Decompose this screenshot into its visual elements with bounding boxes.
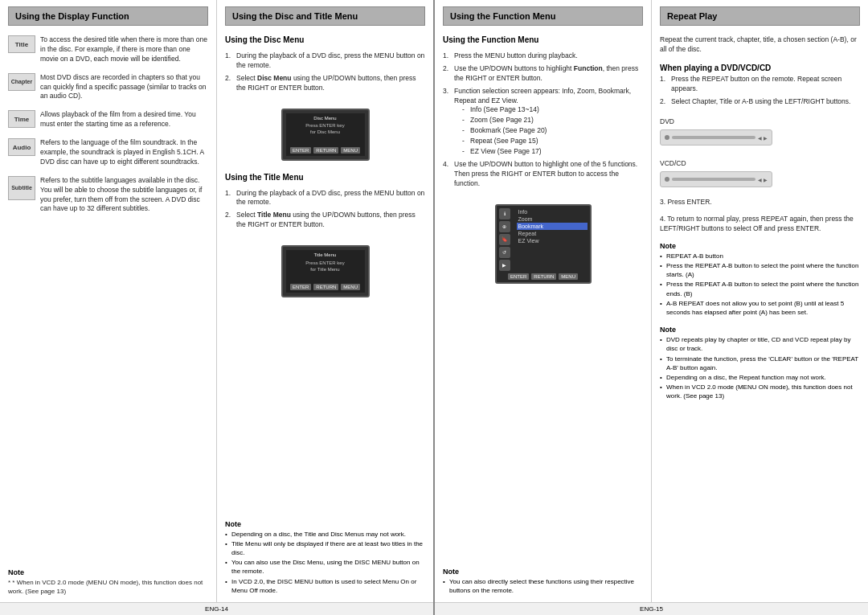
function-menu-steps: 1. Press the MENU button during playback… bbox=[443, 51, 643, 192]
dvd-step3: 3. Press ENTER. bbox=[660, 198, 860, 207]
disc-note-2: Title Menu will only be displayed if the… bbox=[225, 539, 425, 557]
time-icon-row: Time Allows playback of the film from a … bbox=[8, 110, 208, 129]
disc-title-menu-header: Using the Disc and Title Menu bbox=[225, 6, 425, 26]
title-menu-steps: 1. During the playback of a DVD disc, pr… bbox=[225, 189, 425, 234]
repeat-note1-title: Note bbox=[660, 242, 860, 250]
disc-menu-step2: 2. Select Disc Menu using the UP/DOWN bu… bbox=[225, 74, 425, 93]
star-note-2: Press the REPEAT A-B button to select th… bbox=[660, 280, 860, 297]
func-sub-1: Info (See Page 13~14) bbox=[462, 105, 643, 115]
func-repeat: Repeat bbox=[517, 230, 588, 237]
vcdcd-led bbox=[665, 177, 669, 182]
disc-title-note: Note Depending on a disc, the Title and … bbox=[225, 520, 425, 596]
function-step4: 4. Use the UP/DOWN button to highlight o… bbox=[443, 160, 643, 189]
function-menu-list: Info Zoom Bookmark Repeat EZ View bbox=[517, 208, 588, 271]
func-sub-2: Zoom (See Page 21) bbox=[462, 116, 643, 125]
function-note-1: You can also directly select these funct… bbox=[443, 577, 643, 595]
function-screen: ℹ ⊕ 🔖 ↺ ▶ Info Zoom Bookmark Repeat bbox=[495, 204, 592, 284]
function-menu-column: Using the Function Menu Using the Functi… bbox=[435, 0, 652, 602]
func-bookmark: Bookmark bbox=[517, 223, 588, 230]
audio-icon: Audio bbox=[8, 138, 35, 156]
function-step1: 1. Press the MENU button during playback… bbox=[443, 51, 643, 61]
dvd-label: DVD bbox=[660, 117, 860, 127]
dvd-bar bbox=[672, 136, 755, 139]
func-icon-rep: ↺ bbox=[499, 247, 510, 258]
repeat-note2-list: DVD repeats play by chapter or title, CD… bbox=[660, 335, 860, 400]
subtitle-text: Refers to the subtitle languages availab… bbox=[40, 176, 208, 215]
page-number-15: ENG-15 bbox=[435, 602, 868, 615]
display-note-title: Note bbox=[8, 568, 208, 576]
title-menu-title: Using the Title Menu bbox=[225, 173, 425, 182]
function-menu-header: Using the Function Menu bbox=[443, 6, 643, 26]
disc-title-note-title: Note bbox=[225, 520, 425, 528]
chapter-icon-row: Chapter Most DVD discs are recorded in c… bbox=[8, 73, 208, 102]
disc-menu-step1: 1. During the playback of a DVD disc, pr… bbox=[225, 51, 425, 71]
repeat-note1: Note REPEAT A-B button Press the REPEAT … bbox=[660, 242, 860, 318]
title-icon: Title bbox=[8, 35, 35, 53]
repeat-note2: Note DVD repeats play by chapter or titl… bbox=[660, 326, 860, 401]
function-note: Note You can also directly select these … bbox=[443, 568, 643, 596]
audio-text: Refers to the language of the film sound… bbox=[40, 138, 208, 167]
star-note-1: Press the REPEAT A-B button to select th… bbox=[660, 261, 860, 279]
disc-title-note-list: Depending on a disc, the Title and Disc … bbox=[225, 530, 425, 595]
function-note-title: Note bbox=[443, 568, 643, 576]
function-sub-items: Info (See Page 13~14) Zoom (See Page 21)… bbox=[462, 105, 643, 156]
display-function-column: Using the Display Function Title To acce… bbox=[0, 0, 217, 602]
function-step3: 3. Function selection screen appears: In… bbox=[443, 87, 643, 157]
vcdcd-label: VCD/CD bbox=[660, 159, 860, 169]
disc-note-4: In VCD 2.0, the DISC MENU button is used… bbox=[225, 577, 425, 595]
repeat-note2-1: DVD repeats play by chapter or title, CD… bbox=[660, 335, 860, 353]
disc-note-3: You can also use the Disc Menu, using th… bbox=[225, 558, 425, 576]
repeat-star-notes: REPEAT A-B button Press the REPEAT A-B b… bbox=[660, 252, 860, 317]
func-sub-4: Repeat (See Page 15) bbox=[462, 137, 643, 146]
function-step2: 2. Use the UP/DOWN buttons to highlight … bbox=[443, 64, 643, 84]
repeat-note2-4: When in VCD 2.0 mode (MENU ON mode), thi… bbox=[660, 383, 860, 400]
func-sub-3: Bookmark (See Page 20) bbox=[462, 126, 643, 136]
subtitle-icon: Subtitle bbox=[8, 176, 35, 200]
chapter-icon: Chapter bbox=[8, 73, 35, 91]
dvd-device-mock: ◀ ▶ bbox=[660, 129, 772, 146]
dvd-step4: 4. To return to normal play, press REPEA… bbox=[660, 215, 860, 234]
disc-menu-title: Using the Disc Menu bbox=[225, 35, 425, 44]
func-icon-bm: 🔖 bbox=[499, 234, 510, 245]
func-info: Info bbox=[517, 208, 588, 215]
chapter-text: Most DVD discs are recorded in chapters … bbox=[40, 73, 208, 102]
func-ezview: EZ View bbox=[517, 237, 588, 244]
title-text: To access the desired title when there i… bbox=[40, 35, 208, 64]
display-function-header: Using the Display Function bbox=[8, 6, 208, 26]
dvd-step1: 1. Press the REPEAT button on the remote… bbox=[660, 75, 860, 94]
vcdcd-device-mock: ◀ ▶ bbox=[660, 171, 772, 187]
repeat-intro: Repeat the current track, chapter, title… bbox=[660, 35, 860, 55]
repeat-note2-3: Depending on a disc, the Repeat function… bbox=[660, 373, 860, 382]
audio-icon-row: Audio Refers to the language of the film… bbox=[8, 138, 208, 167]
repeat-note2-2: To terminate the function, press the 'CL… bbox=[660, 355, 860, 372]
func-zoom: Zoom bbox=[517, 215, 588, 223]
time-icon: Time bbox=[8, 110, 35, 128]
page-number-14: ENG-14 bbox=[0, 602, 433, 615]
repeat-play-column: Repeat Play Repeat the current track, ch… bbox=[652, 0, 868, 602]
star-note-0: REPEAT A-B button bbox=[660, 252, 860, 260]
disc-menu-screen: Disc Menu Press ENTER key for Disc Menu … bbox=[281, 109, 370, 161]
dvd-steps: 1. Press the REPEAT button on the remote… bbox=[660, 75, 860, 107]
func-icon-ez: ▶ bbox=[499, 260, 510, 271]
display-note: Note * When in VCD 2.0 mode (MENU ON mod… bbox=[8, 568, 208, 596]
title-menu-step2: 2. Select Title Menu using the UP/DOWN b… bbox=[225, 211, 425, 230]
function-menu-section-title: Using the Function Menu bbox=[443, 35, 643, 44]
func-icon-zoom: ⊕ bbox=[499, 221, 510, 232]
subtitle-icon-row: Subtitle Refers to the subtitle language… bbox=[8, 176, 208, 215]
disc-menu-steps: 1. During the playback of a DVD disc, pr… bbox=[225, 51, 425, 96]
title-menu-step1: 1. During the playback of a DVD disc, pr… bbox=[225, 189, 425, 208]
display-note-text: * When in VCD 2.0 mode (MENU ON mode), t… bbox=[8, 578, 208, 596]
time-text: Allows playback of the film from a desir… bbox=[40, 110, 208, 129]
disc-title-menu-column: Using the Disc and Title Menu Using the … bbox=[217, 0, 433, 602]
star-note-3: A-B REPEAT does not allow you to set poi… bbox=[660, 299, 860, 317]
dvd-vcd-title: When playing a DVD/VCD/CD bbox=[660, 64, 860, 72]
repeat-play-header: Repeat Play bbox=[660, 6, 860, 26]
disc-note-1: Depending on a disc, the Title and Disc … bbox=[225, 530, 425, 539]
repeat-note2-title: Note bbox=[660, 326, 860, 334]
page-eng15: Using the Function Menu Using the Functi… bbox=[435, 0, 868, 615]
title-icon-row: Title To access the desired title when t… bbox=[8, 35, 208, 64]
func-icon-info: ℹ bbox=[499, 208, 510, 219]
func-sub-5: EZ View (See Page 17) bbox=[462, 147, 643, 157]
dvd-led bbox=[665, 135, 669, 140]
function-note-list: You can also directly select these funct… bbox=[443, 577, 643, 595]
